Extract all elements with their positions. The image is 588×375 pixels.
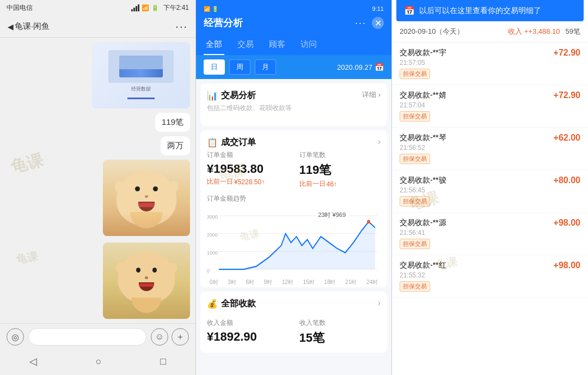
tx-date-header: 2020-09-10（今天） 收入 ++3,488.10 59笔 <box>392 21 588 43</box>
time-label: 下午2:41 <box>163 3 189 13</box>
svg-marker-8 <box>219 222 375 269</box>
tx-item-name: 交易收款-**婧 <box>400 90 446 100</box>
tx-item: 交易收款-**红 +98.00 21:55:32 担保交易 <box>392 255 588 298</box>
tx-detail-link[interactable]: 详细 › <box>362 90 381 100</box>
analytics-title-row: 经营分析 ··· ✕ <box>204 16 384 35</box>
tx-item-amount: +72.90 <box>554 48 580 58</box>
tx-analysis-subtitle: 包括二维码收款、花呗收款等 <box>207 104 381 113</box>
orders-header: 📋 成交订单 › <box>207 137 381 148</box>
calendar-icon: 📅 <box>375 63 384 71</box>
tx-item-time: 21:56:41 <box>400 229 580 237</box>
more-button[interactable]: ··· <box>175 20 188 33</box>
order-trend-chart: 23时 ¥969 3000 2000 1000 0 <box>207 210 381 281</box>
tx-item: 交易收款-**婧 +72.90 21:57:04 担保交易 <box>392 85 588 128</box>
carrier-label: 中国电信 <box>7 3 33 13</box>
tx-analysis-header: 📊 交易分析 详细 › <box>207 90 381 101</box>
analytics-panel: 📶 🔋 9:11 经营分析 ··· ✕ 全部 交易 顾客 访问 日 周 月 20… <box>196 0 392 375</box>
add-button[interactable]: ＋ <box>171 328 189 346</box>
back-nav-icon[interactable]: ◁ <box>29 355 37 367</box>
tx-item-name: 交易收款-**骏 <box>400 176 446 185</box>
tx-item-time: 21:57:04 <box>400 101 580 109</box>
tx-item-top: 交易收款-**宇 +72.90 <box>400 48 580 58</box>
tx-date: 2020-09-10（今天） <box>400 27 464 37</box>
tx-badge: 担保交易 <box>400 69 430 79</box>
emoji-icon: ☺ <box>155 332 164 342</box>
product-image-card[interactable]: 经营数据 ▬▬▬▬▬ <box>92 42 190 108</box>
chart-xaxis: 0时3时6时9时12时15时18时21时24时 <box>207 279 381 286</box>
orders-title: 📋 成交订单 <box>207 137 256 148</box>
baby-photo-1 <box>103 160 190 236</box>
recents-nav-icon[interactable]: □ <box>160 356 166 367</box>
date-week-btn[interactable]: 周 <box>229 59 250 75</box>
svg-text:2000: 2000 <box>207 232 218 238</box>
close-icon[interactable]: ✕ <box>372 17 384 29</box>
tx-income-amount: 收入 ++3,488.10 <box>508 27 560 37</box>
chat-status-bar: 中国电信 📶 🔋 下午2:41 <box>0 0 195 16</box>
orders-amount-change: 比前一日 ¥5228.50↑ <box>207 177 289 186</box>
tx-item: 交易收款-**琴 +62.00 21:56:52 担保交易 <box>392 128 588 170</box>
message-119-pens: 119笔 <box>155 113 190 132</box>
home-nav-icon[interactable]: ○ <box>96 356 102 367</box>
tx-badge: 担保交易 <box>400 196 430 207</box>
tx-item-top: 交易收款-**骏 +80.00 <box>400 176 580 185</box>
tx-analysis-title: 📊 交易分析 <box>207 90 256 101</box>
tx-item-amount: +72.90 <box>554 90 580 100</box>
tooltip-text: 以后可以在这里查看你的交易明细了 <box>419 6 541 16</box>
tx-item-name: 交易收款-**琴 <box>400 133 446 143</box>
completed-orders-section: 📋 成交订单 › 订单金额 ¥19583.80 比前一日 ¥5228.50↑ 订… <box>200 130 387 287</box>
tx-item-top: 交易收款-**婧 +72.90 <box>400 90 580 100</box>
baby-photo-2 <box>103 243 190 319</box>
more-options-icon[interactable]: ··· <box>355 17 366 29</box>
revenue-arrow[interactable]: › <box>378 298 381 308</box>
emoji-button[interactable]: ☺ <box>151 328 168 346</box>
chat-input-bar: ◎ ☺ ＋ <box>0 323 195 350</box>
chat-messages: 经营数据 ▬▬▬▬▬ 119笔 两万 <box>0 38 195 323</box>
tab-transaction[interactable]: 交易 <box>235 35 256 55</box>
tx-item-time: 21:56:45 <box>400 186 580 194</box>
chart-peak-label: 23时 ¥969 <box>316 210 348 220</box>
tx-item: 交易收款-**骏 +80.00 21:56:45 担保交易 <box>392 170 588 213</box>
revenue-stats: 收入金额 ¥1892.90 收入笔数 15笔 <box>207 318 381 346</box>
orders-amount-stat: 订单金额 ¥19583.80 比前一日 ¥5228.50↑ <box>207 150 289 189</box>
back-button[interactable]: ◀ 龟课·闲鱼 <box>8 21 50 32</box>
date-month-btn[interactable]: 月 <box>255 59 276 75</box>
revenue-section: 💰 全部收款 › 收入金额 ¥1892.90 收入笔数 15笔 <box>200 292 387 353</box>
tx-item-name: 交易收款-**源 <box>400 218 446 228</box>
revenue-amount: ¥1892.90 <box>207 330 289 344</box>
orders-count-value: 119笔 <box>299 162 381 178</box>
calendar-tooltip-icon: 📅 <box>404 5 415 16</box>
tx-analysis-icon: 📊 <box>207 90 218 101</box>
tx-item-time: 21:56:52 <box>400 144 580 152</box>
plus-icon: ＋ <box>176 331 185 343</box>
tx-item-name: 交易收款-**红 <box>400 261 446 270</box>
orders-icon: 📋 <box>207 137 218 148</box>
tx-item-top: 交易收款-**源 +98.00 <box>400 218 580 228</box>
nav-title: 龟课·闲鱼 <box>15 21 50 32</box>
tx-item: 交易收款-**源 +98.00 21:56:41 担保交易 <box>392 213 588 255</box>
tab-customer[interactable]: 顾客 <box>267 35 287 55</box>
orders-arrow[interactable]: › <box>378 137 381 147</box>
svg-text:1000: 1000 <box>207 249 218 255</box>
tx-count: 59笔 <box>566 27 580 37</box>
trend-chart-svg: 3000 2000 1000 0 <box>207 210 381 275</box>
analytics-title: 经营分析 <box>204 16 243 29</box>
tx-item-amount: +80.00 <box>554 176 580 185</box>
tx-item-top: 交易收款-**红 +98.00 <box>400 261 580 270</box>
tab-visit[interactable]: 访问 <box>298 35 319 55</box>
svg-point-9 <box>367 220 370 224</box>
date-display[interactable]: 2020.09.27 📅 <box>337 63 384 71</box>
revenue-amount-stat: 收入金额 ¥1892.90 <box>207 318 289 346</box>
tooltip-banner: 📅 以后可以在这里查看你的交易明细了 <box>396 0 584 21</box>
tab-all[interactable]: 全部 <box>204 35 224 55</box>
svg-text:0: 0 <box>207 267 210 273</box>
back-arrow-icon: ◀ <box>8 22 14 31</box>
voice-button[interactable]: ◎ <box>7 328 24 346</box>
orders-count-change: 比前一日 46↑ <box>299 179 381 189</box>
tx-item-time: 21:55:32 <box>400 271 580 279</box>
revenue-title: 💰 全部收款 <box>207 298 256 310</box>
date-day-btn[interactable]: 日 <box>204 59 225 75</box>
message-text-2: 两万 <box>167 141 183 150</box>
tx-item-amount: +98.00 <box>554 261 580 270</box>
analytics-time: 9:11 <box>372 5 384 12</box>
tx-item-amount: +98.00 <box>554 218 580 228</box>
